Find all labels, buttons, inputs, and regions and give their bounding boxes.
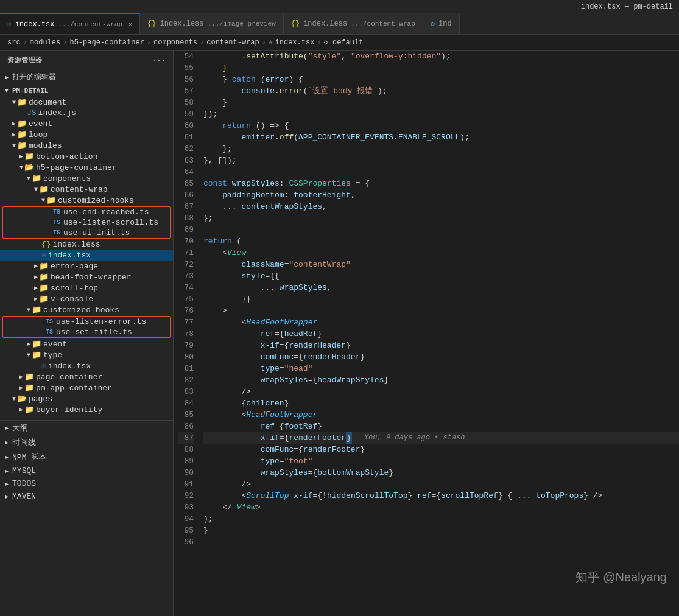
file-index-tsx-type[interactable]: ⚛ index.tsx [0, 360, 173, 371]
file-label-use-ui-init: use-ui-init.ts [63, 228, 130, 237]
file-use-end-reached[interactable]: TS use-end-reached.ts [3, 207, 170, 217]
nav-timeline[interactable]: 时间线 [0, 435, 173, 450]
folder-label-page-container: page-container [36, 373, 102, 382]
nav-npm[interactable]: NPM 脚本 [0, 450, 173, 464]
folder-label-event: event [29, 119, 52, 128]
open-editors-chevron [5, 74, 9, 81]
file-index-tsx-content[interactable]: ⚛ index.tsx [0, 250, 173, 261]
pm-detail-section[interactable]: PM-DETAIL [0, 85, 173, 97]
code-line-57: console.error(`设置 body 报错`); [203, 85, 679, 97]
code-line-88: comFunc={renderFooter} [203, 444, 679, 455]
nav-maven[interactable]: MAVEN [0, 490, 173, 503]
bc-sep-4: › [200, 38, 204, 47]
folder-label-pages: pages [29, 394, 52, 404]
custom-hooks2-chevron [27, 307, 30, 313]
code-line-83: /> [203, 386, 679, 397]
file-label-index-js: index.js [38, 108, 76, 117]
folder-customized-hooks-2[interactable]: 📁 customized-hooks [0, 304, 173, 315]
file-use-listen-scroll[interactable]: TS use-listen-scroll.ts [3, 217, 170, 228]
folder-pm-app-container[interactable]: 📁 pm-app-container [0, 382, 173, 393]
sidebar-menu-button[interactable]: ··· [153, 57, 166, 64]
code-line-64 [203, 166, 679, 178]
tab-name-4: ind [438, 19, 452, 28]
folder-label-custom-hooks-2: customized-hooks [43, 306, 119, 315]
code-line-58: } [203, 97, 679, 108]
tab-ind[interactable]: ⚙ ind [423, 13, 460, 34]
folder-label-modules: modules [29, 141, 62, 150]
folder-event-2[interactable]: 📁 event [0, 338, 173, 349]
folder-label-buyer: buyer-identity [36, 405, 102, 415]
event2-chevron [27, 340, 30, 348]
folder-modules[interactable]: 📁 modules [0, 140, 173, 151]
components-chevron [27, 175, 30, 182]
folder-loop[interactable]: 📁 loop [0, 129, 173, 140]
nav-outline[interactable]: 大纲 [0, 421, 173, 435]
outline-chevron [5, 424, 9, 432]
bc-components[interactable]: components [153, 38, 197, 47]
sidebar: 资源管理器 ··· 打开的编辑器 PM-DETAIL 📁 document JS… [0, 51, 174, 616]
file-index-less-content[interactable]: {} index.less [0, 239, 173, 250]
code-line-81: type="head" [203, 363, 679, 374]
tab-name-3: index.less [303, 19, 347, 28]
folder-label-scroll-top: scroll-top [51, 284, 98, 293]
tab-index-less-2[interactable]: {} index.less .../content-wrap [284, 13, 423, 34]
tab-path-2: .../image-preview [208, 20, 276, 27]
folder-components[interactable]: 📁 components [0, 173, 173, 184]
tab-close-1[interactable]: ✕ [128, 21, 132, 28]
content-wrap-chevron [34, 186, 38, 193]
open-editors-section[interactable]: 打开的编辑器 [0, 69, 173, 85]
folder-buyer-identity[interactable]: 📁 buyer-identity [0, 404, 173, 415]
event-chevron [12, 120, 16, 127]
folder-customized-hooks-1[interactable]: 📁 customized-hooks [0, 195, 173, 206]
ts-icon-1: TS [52, 209, 62, 215]
document-chevron [12, 99, 16, 106]
folder-v-console[interactable]: 📁 v-console [0, 293, 173, 304]
bc-src[interactable]: src [7, 38, 21, 47]
file-use-set-title[interactable]: TS use-set-title.ts [3, 327, 170, 337]
npm-chevron [5, 453, 9, 461]
custom-hooks-chevron [41, 197, 45, 204]
bc-content-wrap[interactable]: content-wrap [206, 38, 259, 47]
code-line-89: type="foot" [203, 455, 679, 467]
folder-icon-bottom-action: 📁 [24, 152, 34, 161]
folder-bottom-action[interactable]: 📁 bottom-action [0, 151, 173, 162]
nav-todos[interactable]: TODOS [0, 477, 173, 490]
folder-page-container[interactable]: 📁 page-container [0, 371, 173, 382]
folder-document[interactable]: 📁 document [0, 97, 173, 108]
folder-icon-event-2: 📁 [32, 339, 41, 349]
folder-scroll-top[interactable]: 📁 scroll-top [0, 282, 173, 293]
file-use-listen-error[interactable]: TS use-listen-error.ts [3, 317, 170, 327]
line-numbers: 5455565758 5960616263 6465666768 6970717… [174, 51, 201, 616]
code-line-73: style={{ [203, 270, 679, 282]
folder-event[interactable]: 📁 event [0, 118, 173, 129]
folder-icon-pages: 📂 [17, 394, 27, 404]
tsx-file-icon: JS [27, 108, 37, 117]
code-line-91: /> [203, 478, 679, 490]
code-line-54: .setAttribute("style", "overflow-y:hidde… [203, 51, 679, 62]
bc-index-tsx[interactable]: index.tsx [275, 38, 315, 47]
folder-type[interactable]: 📁 type [0, 349, 173, 360]
file-use-ui-init[interactable]: TS use-ui-init.ts [3, 228, 170, 238]
folder-pages[interactable]: 📂 pages [0, 393, 173, 404]
code-line-59: }); [203, 108, 679, 120]
folder-icon-document: 📁 [17, 97, 27, 107]
folder-head-foot-wrapper[interactable]: 📁 head-foot-wrapper [0, 271, 173, 282]
folder-h5-page-container[interactable]: 📂 h5-page-container [0, 162, 173, 173]
page-container-chevron [19, 373, 23, 380]
code-line-77: <HeadFootWrapper [203, 317, 679, 328]
file-index-js[interactable]: JS index.js [0, 108, 173, 118]
title-bar-text: index.tsx — pm-detail [581, 2, 673, 11]
sidebar-title: 资源管理器 [7, 55, 43, 65]
nav-mysql[interactable]: MYSQL [0, 464, 173, 477]
folder-error-page[interactable]: 📁 error-page [0, 261, 173, 271]
bc-modules[interactable]: modules [30, 38, 60, 47]
tab-index-less-1[interactable]: {} index.less .../image-preview [140, 13, 284, 34]
code-line-84: {children} [203, 397, 679, 409]
folder-content-wrap[interactable]: 📁 content-wrap [0, 184, 173, 195]
code-line-86: ref={footRef} [203, 421, 679, 432]
nav-mysql-label: MYSQL [12, 466, 36, 475]
editor[interactable]: 5455565758 5960616263 6465666768 6970717… [174, 51, 679, 616]
folder-icon-type: 📁 [32, 350, 41, 360]
tab-index-tsx[interactable]: ⚛ index.tsx .../content-wrap ✕ [0, 13, 140, 34]
bc-h5[interactable]: h5-page-container [69, 38, 144, 47]
